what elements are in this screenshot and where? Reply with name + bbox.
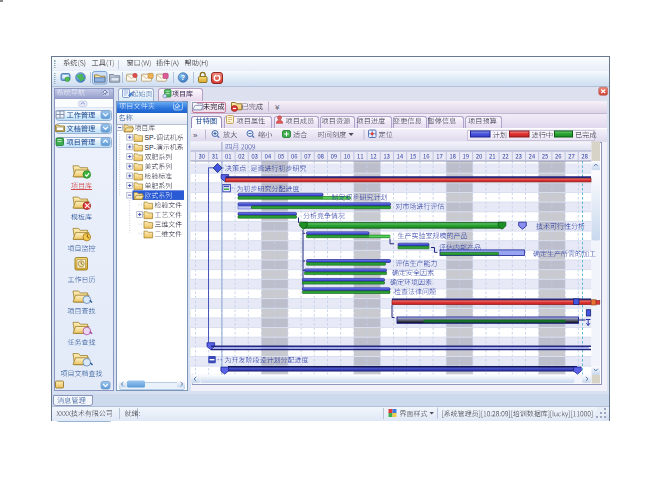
svg-text:¥: ¥: [274, 103, 280, 112]
svg-text:SP-: SP-: [145, 144, 156, 151]
svg-text:»: »: [193, 131, 198, 140]
svg-text:?: ?: [181, 74, 185, 81]
svg-text:SP-: SP-: [145, 134, 156, 141]
